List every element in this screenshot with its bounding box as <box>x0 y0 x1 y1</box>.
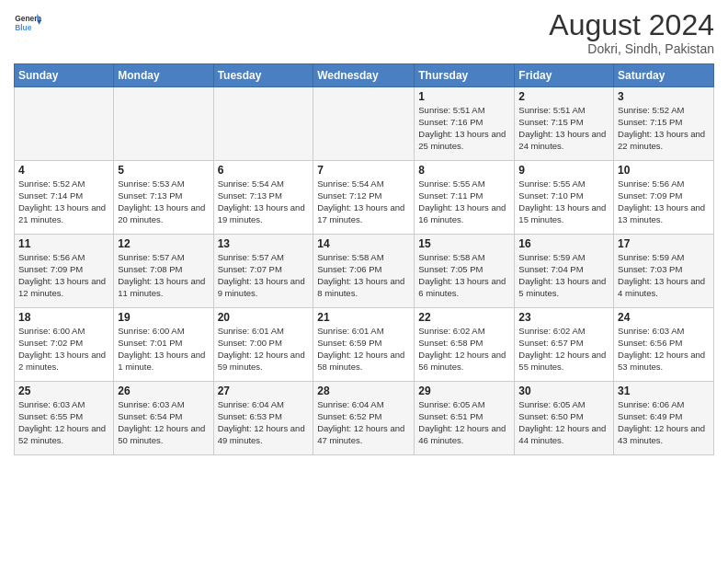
calendar-day-cell <box>213 87 313 161</box>
day-info: Sunrise: 6:03 AM Sunset: 6:54 PM Dayligh… <box>118 399 209 446</box>
calendar-day-cell: 23Sunrise: 6:02 AM Sunset: 6:57 PM Dayli… <box>515 308 614 382</box>
day-number: 23 <box>518 311 609 324</box>
day-number: 30 <box>518 385 609 397</box>
day-info: Sunrise: 6:04 AM Sunset: 6:52 PM Dayligh… <box>317 399 410 446</box>
day-info: Sunrise: 5:56 AM Sunset: 7:09 PM Dayligh… <box>18 252 109 299</box>
weekday-header-cell: Saturday <box>614 64 714 87</box>
calendar-day-cell: 3Sunrise: 5:52 AM Sunset: 7:15 PM Daylig… <box>614 87 714 161</box>
day-info: Sunrise: 5:57 AM Sunset: 7:07 PM Dayligh… <box>218 252 310 299</box>
calendar-day-cell: 6Sunrise: 5:54 AM Sunset: 7:13 PM Daylig… <box>213 161 313 235</box>
calendar-day-cell <box>15 87 114 161</box>
calendar-day-cell: 28Sunrise: 6:04 AM Sunset: 6:52 PM Dayli… <box>313 382 415 455</box>
calendar-day-cell: 24Sunrise: 6:03 AM Sunset: 6:56 PM Dayli… <box>614 308 714 382</box>
month-title: August 2024 <box>549 9 714 41</box>
day-info: Sunrise: 5:52 AM Sunset: 7:15 PM Dayligh… <box>618 105 710 152</box>
day-number: 9 <box>518 164 609 177</box>
weekday-header-cell: Friday <box>515 64 614 87</box>
day-number: 14 <box>317 237 410 250</box>
calendar-day-cell: 7Sunrise: 5:54 AM Sunset: 7:12 PM Daylig… <box>313 161 415 235</box>
day-number: 3 <box>618 90 710 103</box>
day-number: 24 <box>618 311 710 324</box>
day-number: 4 <box>18 164 109 177</box>
day-number: 31 <box>618 385 710 397</box>
day-number: 29 <box>418 385 510 397</box>
calendar-day-cell: 21Sunrise: 6:01 AM Sunset: 6:59 PM Dayli… <box>313 308 415 382</box>
day-number: 27 <box>218 385 310 397</box>
header: General Blue August 2024 Dokri, Sindh, P… <box>14 9 714 56</box>
day-number: 12 <box>118 237 209 250</box>
day-info: Sunrise: 6:02 AM Sunset: 6:58 PM Dayligh… <box>418 326 510 373</box>
day-info: Sunrise: 5:52 AM Sunset: 7:14 PM Dayligh… <box>18 178 109 225</box>
calendar-week-row: 4Sunrise: 5:52 AM Sunset: 7:14 PM Daylig… <box>15 161 714 235</box>
calendar-week-row: 18Sunrise: 6:00 AM Sunset: 7:02 PM Dayli… <box>15 308 714 382</box>
weekday-header-cell: Sunday <box>15 64 114 87</box>
title-area: August 2024 Dokri, Sindh, Pakistan <box>549 9 714 56</box>
day-info: Sunrise: 5:58 AM Sunset: 7:06 PM Dayligh… <box>317 252 410 299</box>
svg-text:Blue: Blue <box>15 23 32 32</box>
day-info: Sunrise: 6:01 AM Sunset: 6:59 PM Dayligh… <box>317 326 410 373</box>
calendar-day-cell: 30Sunrise: 6:05 AM Sunset: 6:50 PM Dayli… <box>515 382 614 455</box>
day-info: Sunrise: 6:02 AM Sunset: 6:57 PM Dayligh… <box>518 326 609 373</box>
day-number: 17 <box>618 237 710 250</box>
day-info: Sunrise: 6:06 AM Sunset: 6:49 PM Dayligh… <box>618 399 710 446</box>
calendar-day-cell: 16Sunrise: 5:59 AM Sunset: 7:04 PM Dayli… <box>515 235 614 308</box>
day-info: Sunrise: 5:59 AM Sunset: 7:03 PM Dayligh… <box>618 252 710 299</box>
weekday-header-cell: Monday <box>114 64 213 87</box>
calendar-day-cell: 8Sunrise: 5:55 AM Sunset: 7:11 PM Daylig… <box>415 161 515 235</box>
calendar-day-cell: 5Sunrise: 5:53 AM Sunset: 7:13 PM Daylig… <box>114 161 213 235</box>
day-info: Sunrise: 5:53 AM Sunset: 7:13 PM Dayligh… <box>118 178 209 225</box>
day-number: 13 <box>218 237 310 250</box>
calendar-day-cell: 17Sunrise: 5:59 AM Sunset: 7:03 PM Dayli… <box>614 235 714 308</box>
calendar-day-cell: 15Sunrise: 5:58 AM Sunset: 7:05 PM Dayli… <box>415 235 515 308</box>
weekday-header-cell: Tuesday <box>213 64 313 87</box>
calendar-day-cell: 12Sunrise: 5:57 AM Sunset: 7:08 PM Dayli… <box>114 235 213 308</box>
weekday-header-cell: Wednesday <box>313 64 415 87</box>
day-number: 16 <box>518 237 609 250</box>
day-info: Sunrise: 5:54 AM Sunset: 7:13 PM Dayligh… <box>218 178 310 225</box>
calendar-day-cell: 26Sunrise: 6:03 AM Sunset: 6:54 PM Dayli… <box>114 382 213 455</box>
day-info: Sunrise: 5:59 AM Sunset: 7:04 PM Dayligh… <box>518 252 609 299</box>
calendar-day-cell: 1Sunrise: 5:51 AM Sunset: 7:16 PM Daylig… <box>415 87 515 161</box>
page-container: General Blue August 2024 Dokri, Sindh, P… <box>0 0 728 465</box>
calendar-day-cell: 4Sunrise: 5:52 AM Sunset: 7:14 PM Daylig… <box>15 161 114 235</box>
calendar-week-row: 11Sunrise: 5:56 AM Sunset: 7:09 PM Dayli… <box>15 235 714 308</box>
calendar-body: 1Sunrise: 5:51 AM Sunset: 7:16 PM Daylig… <box>15 87 714 455</box>
day-number: 20 <box>218 311 310 324</box>
calendar-day-cell: 19Sunrise: 6:00 AM Sunset: 7:01 PM Dayli… <box>114 308 213 382</box>
calendar-day-cell: 14Sunrise: 5:58 AM Sunset: 7:06 PM Dayli… <box>313 235 415 308</box>
day-number: 10 <box>618 164 710 177</box>
calendar-table: SundayMondayTuesdayWednesdayThursdayFrid… <box>14 63 714 455</box>
logo-icon: General Blue <box>14 9 41 37</box>
weekday-header-cell: Thursday <box>415 64 515 87</box>
calendar-week-row: 1Sunrise: 5:51 AM Sunset: 7:16 PM Daylig… <box>15 87 714 161</box>
logo: General Blue <box>14 9 41 37</box>
calendar-day-cell <box>313 87 415 161</box>
day-info: Sunrise: 5:55 AM Sunset: 7:10 PM Dayligh… <box>518 178 609 225</box>
calendar-week-row: 25Sunrise: 6:03 AM Sunset: 6:55 PM Dayli… <box>15 382 714 455</box>
calendar-day-cell: 10Sunrise: 5:56 AM Sunset: 7:09 PM Dayli… <box>614 161 714 235</box>
day-number: 2 <box>518 90 609 103</box>
calendar-day-cell: 27Sunrise: 6:04 AM Sunset: 6:53 PM Dayli… <box>213 382 313 455</box>
day-info: Sunrise: 5:57 AM Sunset: 7:08 PM Dayligh… <box>118 252 209 299</box>
day-number: 6 <box>218 164 310 177</box>
calendar-day-cell: 9Sunrise: 5:55 AM Sunset: 7:10 PM Daylig… <box>515 161 614 235</box>
day-info: Sunrise: 6:05 AM Sunset: 6:50 PM Dayligh… <box>518 399 609 446</box>
day-info: Sunrise: 5:56 AM Sunset: 7:09 PM Dayligh… <box>618 178 710 225</box>
day-number: 25 <box>18 385 109 397</box>
day-number: 7 <box>317 164 410 177</box>
day-info: Sunrise: 6:01 AM Sunset: 7:00 PM Dayligh… <box>218 326 310 373</box>
day-number: 21 <box>317 311 410 324</box>
day-info: Sunrise: 6:05 AM Sunset: 6:51 PM Dayligh… <box>418 399 510 446</box>
calendar-day-cell: 20Sunrise: 6:01 AM Sunset: 7:00 PM Dayli… <box>213 308 313 382</box>
calendar-day-cell <box>114 87 213 161</box>
calendar-day-cell: 13Sunrise: 5:57 AM Sunset: 7:07 PM Dayli… <box>213 235 313 308</box>
day-number: 26 <box>118 385 209 397</box>
calendar-day-cell: 25Sunrise: 6:03 AM Sunset: 6:55 PM Dayli… <box>15 382 114 455</box>
day-info: Sunrise: 6:03 AM Sunset: 6:55 PM Dayligh… <box>18 399 109 446</box>
day-info: Sunrise: 6:00 AM Sunset: 7:02 PM Dayligh… <box>18 326 109 373</box>
day-number: 1 <box>418 90 510 103</box>
weekday-header-row: SundayMondayTuesdayWednesdayThursdayFrid… <box>15 64 714 87</box>
calendar-day-cell: 22Sunrise: 6:02 AM Sunset: 6:58 PM Dayli… <box>415 308 515 382</box>
day-number: 5 <box>118 164 209 177</box>
day-info: Sunrise: 5:51 AM Sunset: 7:16 PM Dayligh… <box>418 105 510 152</box>
